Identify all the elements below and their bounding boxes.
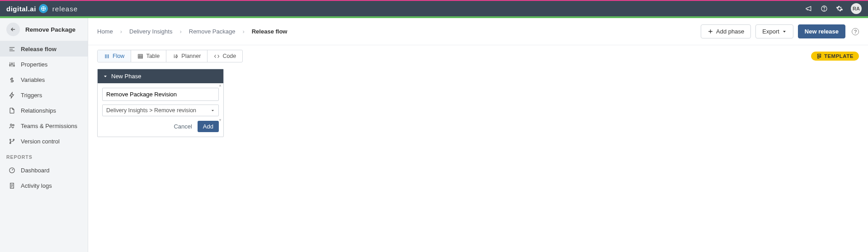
phase-card: New Phase ▲ ▼ Delivery Insights > Remove… bbox=[97, 69, 224, 137]
sidebar-item-label: Variables bbox=[21, 76, 45, 83]
svg-point-5 bbox=[13, 65, 14, 66]
doc-icon bbox=[8, 107, 15, 114]
avatar[interactable]: RA bbox=[851, 3, 862, 14]
chevron-down-icon bbox=[782, 29, 787, 34]
topbar: digital.ai release RA bbox=[0, 0, 868, 16]
breadcrumb-home[interactable]: Home bbox=[97, 28, 113, 35]
template-icon bbox=[816, 53, 822, 59]
sidebar: Remove Package Release flow Properties V… bbox=[0, 18, 88, 252]
tab-label: Table bbox=[146, 53, 160, 59]
sidebar-item-label: Relationships bbox=[21, 107, 56, 114]
sidebar-item-label: Version control bbox=[21, 138, 60, 145]
dollar-icon bbox=[8, 76, 15, 83]
sidebar-item-label: Release flow bbox=[21, 46, 57, 52]
svg-rect-12 bbox=[138, 54, 143, 58]
view-bar: Flow Table Planner Code TEMPLATE bbox=[88, 45, 868, 62]
breadcrumb: Home › Delivery Insights › Remove Packag… bbox=[97, 28, 287, 35]
svg-point-4 bbox=[11, 63, 13, 65]
announcement-icon[interactable] bbox=[805, 5, 813, 13]
export-button[interactable]: Export bbox=[755, 24, 793, 38]
chevron-right-icon: › bbox=[242, 28, 244, 35]
breadcrumb-delivery-insights[interactable]: Delivery Insights bbox=[129, 28, 172, 35]
svg-point-7 bbox=[13, 124, 14, 126]
sidebar-item-dashboard[interactable]: Dashboard bbox=[0, 162, 88, 178]
bolt-icon bbox=[8, 91, 15, 99]
breadcrumb-row: Home › Delivery Insights › Remove Packag… bbox=[88, 18, 868, 45]
collapse-icon bbox=[103, 74, 108, 79]
chevron-right-icon: › bbox=[120, 28, 122, 35]
sidebar-item-release-flow[interactable]: Release flow bbox=[0, 41, 88, 57]
table-icon bbox=[137, 53, 143, 59]
breadcrumb-remove-package[interactable]: Remove Package bbox=[189, 28, 236, 35]
svg-point-15 bbox=[176, 57, 177, 58]
tab-code[interactable]: Code bbox=[208, 50, 242, 62]
scroll-up-icon: ▲ bbox=[218, 83, 222, 87]
flow-icon bbox=[8, 45, 15, 52]
sidebar-section-reports: REPORTS bbox=[0, 149, 88, 162]
brand-product: release bbox=[52, 5, 78, 13]
gear-icon[interactable] bbox=[835, 5, 844, 13]
view-tabs: Flow Table Planner Code bbox=[97, 50, 243, 62]
phase-body: ▲ ▼ Delivery Insights > Remove revision … bbox=[98, 83, 223, 137]
sidebar-item-label: Teams & Permissions bbox=[21, 123, 77, 129]
svg-point-3 bbox=[9, 64, 10, 66]
add-phase-button[interactable]: Add phase bbox=[701, 24, 751, 38]
phase-title: New Phase bbox=[111, 73, 141, 80]
tab-label: Flow bbox=[113, 53, 124, 59]
svg-point-9 bbox=[9, 143, 11, 144]
add-button[interactable]: Add bbox=[198, 121, 219, 132]
chevron-right-icon: › bbox=[179, 28, 181, 35]
tab-label: Planner bbox=[181, 53, 201, 59]
scroll-down-icon: ▼ bbox=[218, 118, 222, 122]
main: Home › Delivery Insights › Remove Packag… bbox=[88, 18, 868, 252]
task-type-value: Delivery Insights > Remove revision bbox=[106, 107, 196, 114]
tab-table[interactable]: Table bbox=[131, 50, 166, 62]
back-button[interactable] bbox=[6, 23, 20, 36]
template-badge: TEMPLATE bbox=[811, 52, 859, 61]
add-phase-label: Add phase bbox=[716, 28, 744, 35]
sliders-icon bbox=[8, 61, 15, 68]
sidebar-title: Remove Package bbox=[25, 26, 75, 33]
team-icon bbox=[8, 122, 15, 129]
page-actions: Add phase Export New release ? bbox=[701, 24, 859, 38]
brand-logo-icon bbox=[39, 4, 48, 13]
gauge-icon bbox=[8, 166, 15, 174]
task-name-input[interactable] bbox=[102, 88, 219, 101]
sidebar-header: Remove Package bbox=[0, 18, 88, 41]
context-help-icon[interactable]: ? bbox=[852, 28, 859, 35]
svg-point-14 bbox=[177, 56, 178, 57]
sidebar-item-variables[interactable]: Variables bbox=[0, 72, 88, 87]
planner-icon bbox=[173, 53, 179, 59]
sidebar-item-activity-logs[interactable]: Activity logs bbox=[0, 178, 88, 193]
sidebar-item-teams[interactable]: Teams & Permissions bbox=[0, 118, 88, 133]
cancel-button[interactable]: Cancel bbox=[174, 123, 192, 130]
export-label: Export bbox=[762, 28, 779, 35]
tab-flow[interactable]: Flow bbox=[98, 50, 131, 62]
scroll-indicator: ▲ ▼ bbox=[218, 83, 222, 122]
sidebar-item-triggers[interactable]: Triggers bbox=[0, 87, 88, 103]
task-type-select[interactable]: Delivery Insights > Remove revision bbox=[102, 105, 219, 116]
code-icon bbox=[214, 53, 220, 59]
template-label: TEMPLATE bbox=[824, 53, 854, 59]
tab-planner[interactable]: Planner bbox=[166, 50, 208, 62]
branch-icon bbox=[8, 138, 15, 145]
flow-view-icon bbox=[104, 53, 110, 59]
plus-icon bbox=[708, 29, 713, 34]
card-actions: Cancel Add bbox=[102, 116, 219, 132]
new-release-button[interactable]: New release bbox=[798, 24, 845, 38]
sidebar-item-properties[interactable]: Properties bbox=[0, 57, 88, 72]
sidebar-item-version-control[interactable]: Version control bbox=[0, 133, 88, 149]
sidebar-item-label: Activity logs bbox=[21, 182, 52, 189]
chevron-down-icon bbox=[211, 109, 215, 113]
help-icon[interactable] bbox=[820, 5, 828, 13]
svg-point-2 bbox=[824, 10, 824, 10]
phase-header[interactable]: New Phase bbox=[98, 69, 223, 83]
sidebar-item-relationships[interactable]: Relationships bbox=[0, 103, 88, 118]
sidebar-item-label: Dashboard bbox=[21, 167, 50, 174]
breadcrumb-release-flow: Release flow bbox=[252, 28, 288, 35]
new-release-label: New release bbox=[805, 28, 839, 35]
tab-label: Code bbox=[222, 53, 236, 59]
svg-point-13 bbox=[176, 54, 177, 55]
sidebar-item-label: Triggers bbox=[21, 92, 42, 99]
log-icon bbox=[8, 182, 15, 189]
